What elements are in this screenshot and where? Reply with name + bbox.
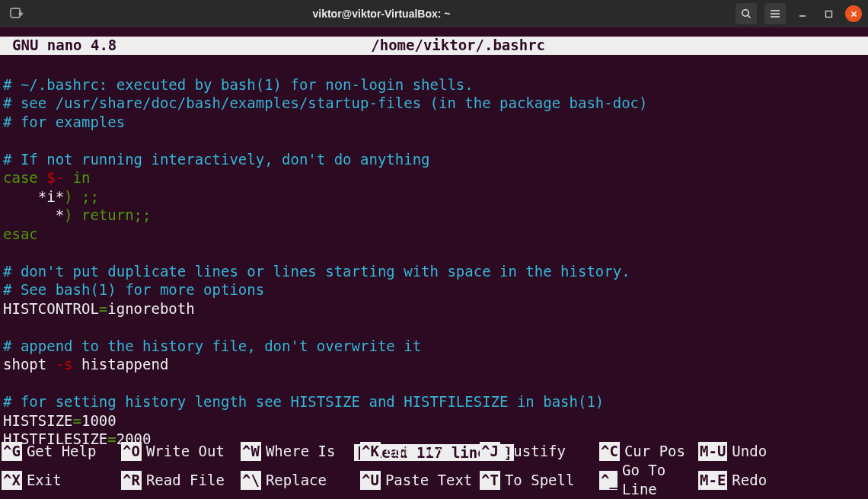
code-token: 1000 <box>81 412 116 429</box>
nano-header-rest <box>550 37 868 55</box>
help-label: To Spell <box>505 471 575 490</box>
help-undo[interactable]: M-UUndo <box>698 442 767 461</box>
help-key: ^T <box>480 471 500 490</box>
code-token: case <box>3 169 46 186</box>
help-cur-pos[interactable]: ^CCur Pos <box>599 442 698 461</box>
code-token: histappend <box>73 356 169 373</box>
svg-rect-9 <box>825 11 831 17</box>
help-key: ^K <box>360 442 381 461</box>
code-line: # append to the history file, don't over… <box>3 337 421 354</box>
code-token: = <box>99 300 107 317</box>
code-token: ) <box>64 206 81 223</box>
help-key: ^J <box>480 442 500 461</box>
help-label: Where Is <box>266 442 336 461</box>
help-key: ^W <box>241 442 261 461</box>
help-label: Exit <box>27 471 62 490</box>
nano-header-spacer <box>121 37 371 55</box>
help-where-is[interactable]: ^WWhere Is <box>241 442 360 461</box>
new-tab-button[interactable] <box>6 4 27 24</box>
help-key: ^X <box>2 471 22 490</box>
close-icon <box>850 11 857 18</box>
code-line: # If not running interactively, don't do… <box>3 151 430 168</box>
help-key: M-U <box>698 442 727 461</box>
code-token: ;; <box>134 206 152 223</box>
minimize-icon <box>798 9 807 18</box>
help-label: Redo <box>732 471 767 490</box>
help-row-2: ^XExit ^RRead File ^\Replace ^UPaste Tex… <box>0 461 868 499</box>
help-key: ^\ <box>241 471 261 490</box>
help-label: Cut Text <box>385 442 455 461</box>
search-button[interactable] <box>736 3 757 24</box>
help-key: ^_ <box>599 471 617 490</box>
code-token: in <box>64 169 90 186</box>
svg-rect-0 <box>11 8 20 18</box>
help-label: Go To Line <box>622 461 698 499</box>
help-key: ^R <box>121 471 142 490</box>
help-label: Cur Pos <box>624 442 685 461</box>
code-line: # ~/.bashrc: executed by bash(1) for non… <box>3 76 474 93</box>
help-justify[interactable]: ^JJustify <box>480 442 599 461</box>
nano-header: GNU nano 4.8 /home/viktor/.bashrc <box>0 37 868 55</box>
code-token: return <box>81 206 134 223</box>
help-go-to-line[interactable]: ^_Go To Line <box>599 461 698 499</box>
nano-filename: /home/viktor/.bashrc <box>371 37 550 55</box>
code-token: = <box>73 412 81 429</box>
svg-line-4 <box>748 15 750 18</box>
help-label: Paste Text <box>385 471 472 490</box>
search-icon <box>741 8 752 19</box>
code-token: *i* <box>3 188 64 205</box>
help-key: ^U <box>360 471 381 490</box>
help-label: Write Out <box>146 442 225 461</box>
help-exit[interactable]: ^XExit <box>2 461 121 499</box>
code-line: # see /usr/share/doc/bash/examples/start… <box>3 94 647 111</box>
window-close-button[interactable] <box>845 5 862 22</box>
help-key: M-E <box>698 471 727 490</box>
help-label: Get Help <box>27 442 97 461</box>
code-token: HISTCONTROL <box>3 300 99 317</box>
window-maximize-button[interactable] <box>819 5 838 23</box>
help-row-1: ^GGet Help ^OWrite Out ^WWhere Is ^KCut … <box>0 442 868 461</box>
maximize-icon <box>825 10 833 18</box>
code-token: $- <box>46 169 64 186</box>
gap <box>0 27 868 37</box>
nano-help-bar: ^GGet Help ^OWrite Out ^WWhere Is ^KCut … <box>0 442 868 499</box>
code-line: # don't put duplicate lines or lines sta… <box>3 263 630 280</box>
help-replace[interactable]: ^\Replace <box>241 461 360 499</box>
help-paste-text[interactable]: ^UPaste Text <box>360 461 480 499</box>
code-line: # for setting history length see HISTSIZ… <box>3 393 604 410</box>
help-cut-text[interactable]: ^KCut Text <box>360 442 480 461</box>
help-key: ^G <box>2 442 22 461</box>
terminal-tab-icon <box>10 8 24 20</box>
hamburger-menu-button[interactable] <box>764 3 786 24</box>
help-to-spell[interactable]: ^TTo Spell <box>480 461 599 499</box>
help-get-help[interactable]: ^GGet Help <box>2 442 121 461</box>
help-key: ^C <box>599 442 620 461</box>
code-token: ) ;; <box>64 188 99 205</box>
code-token: ignoreboth <box>107 300 194 317</box>
code-line: # See bash(1) for more options <box>3 281 264 298</box>
help-key: ^O <box>121 442 142 461</box>
help-redo[interactable]: M-ERedo <box>698 461 767 499</box>
editor-body[interactable]: # ~/.bashrc: executed by bash(1) for non… <box>0 55 868 449</box>
code-token: HISTSIZE <box>3 412 73 429</box>
hamburger-icon <box>770 9 780 18</box>
help-label: Justify <box>505 442 566 461</box>
help-write-out[interactable]: ^OWrite Out <box>121 442 241 461</box>
svg-point-3 <box>742 10 748 16</box>
window-title: viktor@viktor-VirtualBox: ~ <box>27 8 736 20</box>
code-token: shopt <box>3 356 56 373</box>
code-token: esac <box>3 226 38 242</box>
window-right-controls <box>736 3 862 24</box>
code-token: -s <box>56 356 73 373</box>
code-line: # for examples <box>3 114 125 130</box>
help-label: Read File <box>146 471 225 490</box>
help-label: Replace <box>266 471 327 490</box>
help-read-file[interactable]: ^RRead File <box>121 461 241 499</box>
window-minimize-button[interactable] <box>793 5 812 23</box>
code-token: * <box>3 206 64 223</box>
nano-version: GNU nano 4.8 <box>0 37 121 55</box>
window-titlebar: viktor@viktor-VirtualBox: ~ <box>0 0 868 27</box>
help-label: Undo <box>732 442 767 461</box>
